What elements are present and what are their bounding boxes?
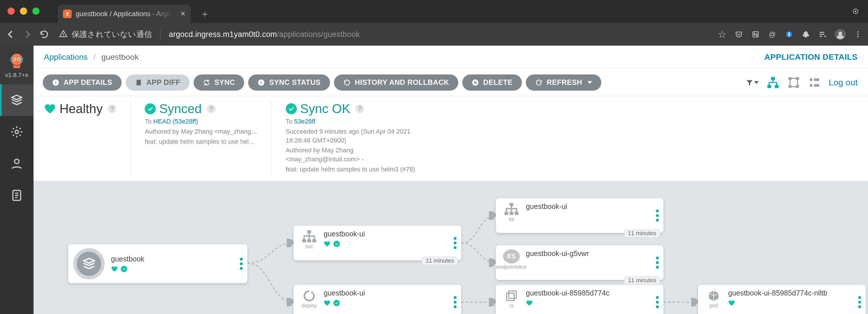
svg-rect-22 bbox=[56, 82, 56, 84]
address-field[interactable]: 保護されていない通信 argocd.ingress.m1yam0t0.com/a… bbox=[59, 29, 360, 39]
node-title: guestbook-ui-85985d774c-nlltb bbox=[728, 289, 861, 297]
tree-view-icon[interactable] bbox=[766, 76, 780, 89]
argocd-logo[interactable]: v1.8.7+e bbox=[0, 45, 33, 84]
back-button[interactable] bbox=[6, 29, 16, 39]
age-badge: 11 minutes bbox=[624, 276, 660, 285]
application-details-link[interactable]: APPLICATION DETAILS bbox=[764, 53, 858, 62]
node-replicaset[interactable]: rs guestbook-ui-85985d774c 11 minutes re… bbox=[496, 285, 663, 314]
app-details-button[interactable]: APP DETAILS bbox=[43, 74, 122, 91]
svg-rect-46 bbox=[509, 212, 513, 215]
bookmark-star-icon[interactable]: ☆ bbox=[718, 29, 726, 40]
heart-icon bbox=[323, 300, 331, 307]
svg-rect-4 bbox=[63, 35, 64, 36]
address-separator bbox=[160, 29, 161, 39]
svg-rect-48 bbox=[507, 293, 514, 301]
extensions-icon[interactable] bbox=[802, 30, 810, 39]
node-application[interactable]: guestbook bbox=[68, 244, 247, 283]
svg-rect-31 bbox=[775, 85, 778, 88]
node-deployment[interactable]: deploy guestbook-ui 11 minutes rev:1 bbox=[293, 285, 461, 314]
svg-point-19 bbox=[14, 159, 19, 164]
rail-docs[interactable] bbox=[0, 179, 33, 211]
node-endpoints[interactable]: ep guestbook-ui 11 minutes bbox=[496, 198, 663, 233]
help-icon[interactable]: ? bbox=[207, 104, 216, 113]
left-rail: v1.8.7+e bbox=[0, 45, 33, 314]
refresh-button[interactable]: REFRESH bbox=[526, 74, 601, 91]
svg-rect-7 bbox=[788, 32, 790, 36]
svg-rect-12 bbox=[10, 57, 12, 62]
delete-button[interactable]: DELETE bbox=[462, 74, 522, 91]
logout-link[interactable]: Log out bbox=[829, 78, 858, 88]
node-endpointslice[interactable]: ES endpointslice guestbook-ui-g5vwr 11 m… bbox=[496, 245, 663, 280]
breadcrumb-root[interactable]: Applications bbox=[44, 53, 88, 62]
list-view-icon[interactable] bbox=[808, 76, 821, 89]
browser-right-icons: ☆ @ bbox=[718, 29, 862, 40]
filter-icon[interactable] bbox=[745, 76, 759, 89]
window-close[interactable] bbox=[7, 7, 15, 15]
svg-rect-3 bbox=[63, 33, 64, 35]
window-maximize[interactable] bbox=[32, 7, 39, 15]
new-tab-button[interactable]: ＋ bbox=[200, 5, 210, 23]
node-menu-icon[interactable] bbox=[656, 256, 659, 269]
breadcrumb-bar: Applications / guestbook APPLICATION DET… bbox=[33, 45, 868, 69]
pods-view-icon[interactable] bbox=[787, 76, 800, 89]
svg-rect-13 bbox=[21, 57, 23, 62]
heart-icon bbox=[728, 300, 735, 307]
profile-avatar[interactable] bbox=[835, 29, 845, 39]
svg-rect-43 bbox=[312, 239, 316, 242]
node-menu-icon[interactable] bbox=[858, 296, 861, 308]
window-controls[interactable] bbox=[7, 7, 39, 15]
status-row: Healthy ? Synced ? To HEAD (53e28ff) Aut… bbox=[33, 96, 868, 181]
sync-button[interactable]: SYNC bbox=[194, 74, 244, 91]
node-menu-icon[interactable] bbox=[240, 258, 243, 270]
node-menu-icon[interactable] bbox=[656, 296, 659, 308]
forward-button[interactable] bbox=[23, 29, 32, 39]
browser-menu-icon[interactable] bbox=[854, 30, 862, 39]
node-service[interactable]: svc guestbook-ui 11 minutes bbox=[293, 226, 461, 260]
help-icon[interactable]: ? bbox=[108, 104, 117, 113]
sync-rev-link[interactable]: 53e28ff bbox=[294, 118, 315, 125]
browser-tab[interactable]: guestbook / Applications - Argo ✕ bbox=[58, 5, 191, 23]
browser-shield-icon[interactable] bbox=[852, 8, 859, 14]
svg-rect-35 bbox=[796, 85, 799, 88]
history-rollback-button[interactable]: HISTORY AND ROLLBACK bbox=[334, 74, 459, 91]
heart-icon bbox=[323, 240, 331, 247]
status-health: Healthy ? bbox=[44, 100, 131, 176]
reload-button[interactable] bbox=[39, 29, 49, 39]
svg-point-10 bbox=[857, 36, 859, 37]
app-diff-button[interactable]: APP DIFF bbox=[126, 74, 190, 91]
svg-rect-39 bbox=[814, 84, 819, 86]
age-badge: 11 minutes bbox=[624, 229, 660, 238]
check-icon bbox=[145, 103, 156, 114]
node-pod[interactable]: pod guestbook-ui-85985d774c-nlltb 11 min… bbox=[698, 285, 866, 314]
sync-status-button[interactable]: SYNC STATUS bbox=[248, 74, 330, 91]
onepassword-icon[interactable] bbox=[785, 30, 794, 39]
replicaset-icon: rs bbox=[501, 289, 522, 310]
tab-close-icon[interactable]: ✕ bbox=[180, 10, 186, 18]
pocket-icon[interactable] bbox=[735, 30, 743, 39]
help-icon[interactable]: ? bbox=[355, 104, 364, 113]
svg-point-9 bbox=[857, 34, 859, 35]
svg-point-18 bbox=[15, 130, 19, 134]
playlist-icon[interactable] bbox=[818, 30, 827, 39]
at-icon[interactable]: @ bbox=[768, 30, 777, 39]
node-menu-icon[interactable] bbox=[454, 237, 457, 249]
window-minimize[interactable] bbox=[20, 7, 27, 15]
node-menu-icon[interactable] bbox=[656, 210, 659, 222]
rail-applications[interactable] bbox=[0, 84, 33, 116]
version-label: v1.8.7+e bbox=[5, 72, 28, 78]
service-icon: svc bbox=[299, 230, 319, 250]
svg-rect-32 bbox=[788, 77, 792, 80]
node-menu-icon[interactable] bbox=[454, 296, 457, 308]
resource-graph[interactable]: guestbook svc guestbook-ui bbox=[33, 181, 868, 314]
rail-user[interactable] bbox=[0, 148, 33, 179]
endpoints-icon: ep bbox=[501, 202, 522, 223]
app-icon bbox=[73, 248, 104, 279]
rail-settings[interactable] bbox=[0, 116, 33, 148]
heart-icon bbox=[111, 266, 118, 273]
svg-rect-38 bbox=[814, 78, 819, 81]
svg-rect-30 bbox=[768, 85, 771, 88]
node-title: guestbook-ui bbox=[323, 230, 456, 238]
sync-rev-link[interactable]: HEAD (53e28ff) bbox=[153, 118, 198, 125]
svg-rect-42 bbox=[307, 239, 311, 242]
notion-icon[interactable] bbox=[751, 30, 760, 39]
